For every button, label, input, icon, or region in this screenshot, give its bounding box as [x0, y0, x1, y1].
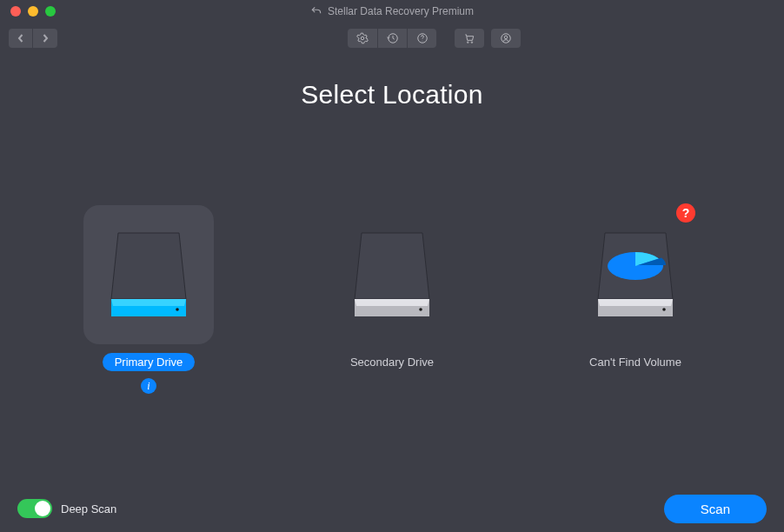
svg-point-18: [662, 308, 666, 311]
window-title: Stellar Data Recovery Premium: [310, 5, 474, 17]
svg-point-4: [471, 42, 473, 43]
history-button[interactable]: [377, 29, 407, 48]
forward-button[interactable]: [33, 29, 57, 48]
svg-point-2: [422, 41, 422, 42]
svg-point-10: [176, 308, 179, 311]
drive-unknown-label: Can't Find Volume: [577, 353, 694, 371]
back-button[interactable]: [9, 29, 33, 48]
close-window-button[interactable]: [10, 6, 21, 17]
main-content: Select Location Primary Drive i: [0, 54, 784, 485]
undo-icon: [310, 5, 322, 17]
maximize-window-button[interactable]: [45, 6, 56, 17]
question-badge: ?: [676, 203, 695, 223]
svg-marker-11: [355, 233, 429, 299]
user-icon: [500, 32, 512, 44]
help-icon: [416, 32, 429, 44]
drive-secondary-label: Secondary Drive: [338, 353, 446, 371]
drive-secondary[interactable]: Secondary Drive: [322, 205, 462, 394]
drive-secondary-box: [327, 205, 457, 344]
info-button[interactable]: i: [141, 378, 156, 394]
drive-primary[interactable]: Primary Drive i: [79, 205, 218, 394]
drive-icon: [344, 223, 440, 327]
toolbar: [0, 23, 784, 54]
window-title-text: Stellar Data Recovery Premium: [328, 5, 474, 17]
svg-marker-9: [111, 299, 186, 306]
toggle-knob: [35, 501, 50, 516]
drives-row: Primary Drive i Secondary Drive: [79, 205, 705, 394]
svg-marker-17: [598, 299, 673, 306]
center-tools: [348, 29, 436, 48]
page-title: Select Location: [301, 80, 483, 110]
cart-button[interactable]: [455, 29, 484, 48]
svg-marker-13: [355, 299, 429, 306]
deep-scan-toggle[interactable]: [17, 499, 52, 518]
svg-point-0: [361, 37, 364, 40]
svg-point-14: [419, 308, 422, 311]
minimize-window-button[interactable]: [28, 6, 38, 17]
nav-group: [9, 29, 57, 48]
help-button[interactable]: [407, 29, 436, 48]
settings-button[interactable]: [348, 29, 377, 48]
right-tools: [455, 29, 521, 48]
svg-point-3: [467, 42, 468, 43]
titlebar: Stellar Data Recovery Premium: [0, 0, 784, 23]
account-button[interactable]: [491, 29, 521, 48]
traffic-lights: [0, 6, 56, 17]
svg-marker-7: [111, 233, 186, 299]
drive-pie-icon: [588, 223, 683, 327]
gear-icon: [356, 32, 369, 44]
svg-point-6: [504, 36, 508, 39]
history-icon: [387, 32, 399, 44]
chevron-right-icon: [41, 34, 50, 43]
deep-scan-label: Deep Scan: [61, 502, 116, 515]
drive-unknown-box: ?: [570, 205, 701, 344]
cart-icon: [463, 32, 475, 44]
chevron-left-icon: [17, 34, 25, 43]
drive-primary-label: Primary Drive: [103, 353, 196, 371]
scan-button[interactable]: Scan: [664, 495, 767, 523]
deep-scan-group: Deep Scan: [17, 499, 116, 518]
drive-primary-box: [83, 205, 214, 344]
drive-unknown[interactable]: ? Can't Find Volume: [566, 205, 705, 394]
tool-segment-main: [348, 29, 436, 48]
footer: Deep Scan Scan: [0, 485, 784, 532]
drive-icon: [101, 223, 196, 327]
